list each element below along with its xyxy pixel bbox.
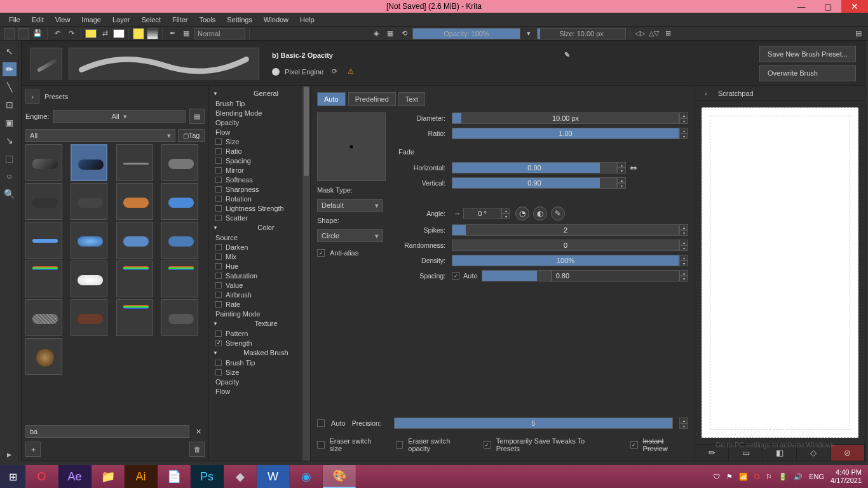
- tab-auto[interactable]: Auto: [317, 92, 346, 106]
- resize-cursor-icon[interactable]: ⇔: [630, 163, 637, 173]
- param-item[interactable]: Rotation: [212, 194, 310, 203]
- close-button[interactable]: ✕: [841, 0, 868, 13]
- swap-colors-icon[interactable]: ⇄: [99, 28, 111, 39]
- spacing-spinner[interactable]: ▴▾: [679, 270, 688, 281]
- antialias-checkbox[interactable]: [317, 249, 325, 257]
- param-item[interactable]: Spacing: [212, 156, 310, 165]
- angle-reset-icon[interactable]: ◐: [533, 207, 547, 220]
- preset-item[interactable]: [116, 261, 153, 297]
- angle-input[interactable]: 0 °: [463, 208, 501, 219]
- engine-settings-button[interactable]: ▤: [189, 109, 205, 124]
- collapse-presets-button[interactable]: ›: [25, 90, 39, 104]
- task-illustrator-icon[interactable]: Ai: [125, 465, 158, 488]
- param-item[interactable]: Blending Mode: [212, 108, 310, 118]
- param-item[interactable]: Ratio: [212, 146, 310, 156]
- preset-item[interactable]: [71, 222, 107, 259]
- tray-action-icon[interactable]: ⚐: [766, 473, 772, 481]
- ratio-slider[interactable]: 1.00: [452, 128, 679, 139]
- preset-item[interactable]: [25, 183, 62, 220]
- tray-lang-label[interactable]: ENG: [809, 473, 824, 480]
- wrap-icon[interactable]: ⊞: [662, 28, 674, 39]
- gradient-swatch[interactable]: [147, 28, 158, 39]
- instant-preview-checkbox[interactable]: [630, 441, 638, 449]
- menu-tools[interactable]: Tools: [194, 14, 221, 25]
- save-new-brush-button[interactable]: Save New Brush Preset...: [759, 46, 856, 62]
- move-tool-icon[interactable]: ↖: [3, 44, 17, 58]
- task-word-icon[interactable]: W: [257, 465, 290, 488]
- workspace-icon[interactable]: ▤: [853, 28, 864, 39]
- menu-edit[interactable]: Edit: [27, 14, 49, 25]
- task-krita-icon[interactable]: 🎨: [323, 465, 356, 488]
- param-item[interactable]: Size: [212, 367, 310, 377]
- open-doc-button[interactable]: [18, 28, 29, 39]
- task-steam-icon[interactable]: ◉: [290, 465, 323, 488]
- delete-preset-button[interactable]: 🗑: [189, 442, 205, 457]
- preset-item[interactable]: [71, 144, 107, 181]
- transform-tool-icon[interactable]: ↘: [3, 133, 17, 147]
- preset-item[interactable]: [71, 261, 107, 297]
- tab-predefined[interactable]: Predefined: [348, 92, 396, 106]
- preset-item[interactable]: [161, 261, 198, 297]
- diameter-slider[interactable]: 10.00 px: [452, 112, 679, 124]
- save-icon[interactable]: 💾: [32, 28, 43, 39]
- param-item[interactable]: Pattern: [212, 329, 310, 338]
- preset-search-input[interactable]: [25, 425, 189, 438]
- param-item[interactable]: Sharpness: [212, 184, 310, 194]
- precision-slider[interactable]: 5: [394, 417, 673, 429]
- param-item[interactable]: Hue: [212, 261, 310, 271]
- rename-brush-icon[interactable]: ✎: [562, 50, 573, 61]
- shape-select[interactable]: Circle: [317, 229, 383, 242]
- preset-item[interactable]: [116, 144, 153, 181]
- task-explorer-icon[interactable]: 📁: [92, 465, 125, 488]
- scratchpad-back-icon[interactable]: ‹: [700, 88, 712, 99]
- reload-engine-icon[interactable]: ⟳: [329, 66, 340, 78]
- brush-thumbnail[interactable]: [31, 48, 62, 79]
- menu-file[interactable]: File: [4, 14, 25, 25]
- ratio-spinner[interactable]: ▴▾: [679, 128, 688, 139]
- diameter-spinner[interactable]: ▴▾: [679, 112, 688, 124]
- spacing-auto-slider[interactable]: [482, 270, 552, 281]
- blend-mode-select[interactable]: Normal: [194, 28, 245, 39]
- preset-item[interactable]: [71, 299, 107, 336]
- tray-shield-icon[interactable]: 🛡: [713, 473, 720, 480]
- menu-view[interactable]: View: [50, 14, 76, 25]
- preset-grid[interactable]: [25, 144, 205, 423]
- reload-icon[interactable]: ⟲: [398, 28, 410, 39]
- eraser-toggle-icon[interactable]: ◈: [370, 28, 382, 39]
- parameters-tree[interactable]: General Brush Tip Blending Mode Opacity …: [209, 86, 310, 461]
- pattern-swatch[interactable]: [133, 28, 144, 39]
- preset-item[interactable]: [161, 183, 198, 220]
- tray-opera-icon[interactable]: O: [754, 473, 760, 480]
- param-item[interactable]: Brush Tip: [212, 358, 310, 367]
- brush-preset-icon[interactable]: ✒: [166, 28, 178, 39]
- tray-flag-icon[interactable]: ⚑: [726, 473, 733, 481]
- tag-filter-select[interactable]: All: [25, 129, 175, 142]
- task-opera-icon[interactable]: O: [25, 465, 58, 488]
- preset-item[interactable]: [25, 261, 62, 297]
- task-notepad-icon[interactable]: 📄: [158, 465, 191, 488]
- param-item[interactable]: Softness: [212, 175, 310, 184]
- foreground-color[interactable]: [85, 29, 97, 38]
- fill-tool-icon[interactable]: ▣: [3, 116, 17, 130]
- maximize-button[interactable]: ▢: [815, 0, 841, 13]
- precision-auto-checkbox[interactable]: [317, 419, 325, 427]
- param-item[interactable]: Strength: [212, 338, 310, 348]
- preset-item[interactable]: [161, 222, 198, 259]
- task-inkscape-icon[interactable]: ◆: [224, 465, 257, 488]
- param-item[interactable]: Saturation: [212, 271, 310, 280]
- eraser-opacity-checkbox[interactable]: [396, 441, 403, 449]
- param-item[interactable]: Mix: [212, 252, 310, 261]
- spacing-value[interactable]: 0.80: [552, 270, 679, 281]
- size-slider[interactable]: Size: 10.00 px: [537, 28, 626, 39]
- menu-filter[interactable]: Filter: [167, 14, 193, 25]
- randomness-slider[interactable]: 0: [452, 240, 679, 251]
- preset-item[interactable]: [161, 144, 198, 181]
- menu-image[interactable]: Image: [76, 14, 106, 25]
- param-item[interactable]: Opacity: [212, 377, 310, 386]
- preset-item[interactable]: [161, 299, 198, 336]
- angle-arrow-icon[interactable]: ↔: [452, 208, 463, 219]
- v-fade-spinner[interactable]: ▴▾: [617, 177, 626, 189]
- menu-select[interactable]: Select: [136, 14, 166, 25]
- crop-tool-icon[interactable]: ⊡: [3, 98, 17, 112]
- engine-filter-select[interactable]: All: [53, 110, 186, 123]
